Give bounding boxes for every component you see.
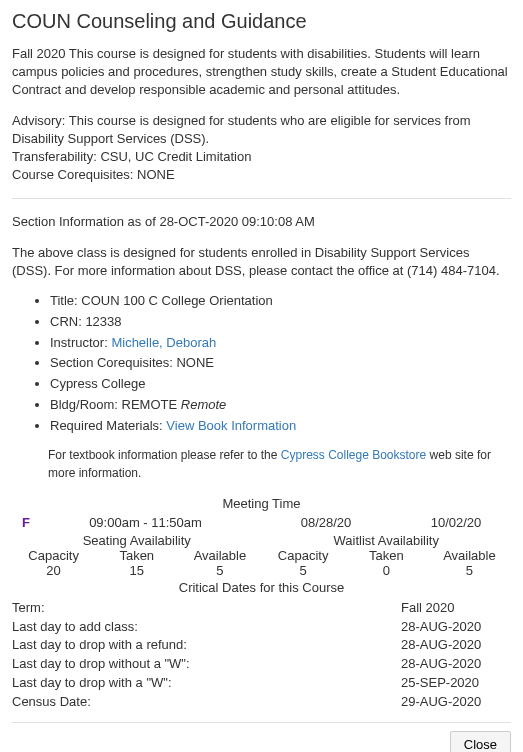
detail-title: Title: COUN 100 C College Orientation bbox=[50, 292, 511, 311]
detail-crn: CRN: 12338 bbox=[50, 313, 511, 332]
seating-available: 5 bbox=[178, 563, 261, 578]
critical-dates-list: Term:Fall 2020 Last day to add class:28-… bbox=[12, 599, 511, 712]
meeting-day: F bbox=[12, 515, 40, 530]
meeting-end: 10/02/20 bbox=[401, 515, 511, 530]
detail-bldg: Bldg/Room: REMOTE Remote bbox=[50, 396, 511, 415]
critical-row: Last day to add class:28-AUG-2020 bbox=[12, 618, 511, 637]
critical-row: Term:Fall 2020 bbox=[12, 599, 511, 618]
detail-section-coreq: Section Corequisites: NONE bbox=[50, 354, 511, 373]
waitlist-available: 5 bbox=[428, 563, 511, 578]
waitlist-heading: Waitlist Availability bbox=[262, 533, 512, 548]
materials-link[interactable]: View Book Information bbox=[166, 418, 296, 433]
instructor-link[interactable]: Michelle, Deborah bbox=[111, 335, 216, 350]
advisory-block: Advisory: This course is designed for st… bbox=[12, 112, 511, 185]
meeting-start: 08/28/20 bbox=[251, 515, 401, 530]
critical-row: Last day to drop with a refund:28-AUG-20… bbox=[12, 636, 511, 655]
course-description: Fall 2020 This course is designed for st… bbox=[12, 45, 511, 100]
waitlist-taken: 0 bbox=[345, 563, 428, 578]
availability-headings: Seating Availability Waitlist Availabili… bbox=[12, 533, 511, 548]
divider bbox=[12, 198, 511, 199]
advisory-text: Advisory: This course is designed for st… bbox=[12, 112, 511, 148]
close-button[interactable]: Close bbox=[450, 731, 511, 752]
seating-taken: 15 bbox=[95, 563, 178, 578]
detail-instructor: Instructor: Michelle, Deborah bbox=[50, 334, 511, 353]
page-title: COUN Counseling and Guidance bbox=[12, 10, 511, 33]
availability-values: 20 15 5 5 0 5 bbox=[12, 563, 511, 578]
seating-capacity: 20 bbox=[12, 563, 95, 578]
critical-row: Last day to drop without a "W":28-AUG-20… bbox=[12, 655, 511, 674]
footer: Close bbox=[12, 722, 511, 752]
availability-subhead: Capacity Taken Available Capacity Taken … bbox=[12, 548, 511, 563]
meeting-row: F 09:00am - 11:50am 08/28/20 10/02/20 bbox=[12, 515, 511, 530]
critical-dates-heading: Critical Dates for this Course bbox=[12, 580, 511, 595]
detail-college: Cypress College bbox=[50, 375, 511, 394]
bookstore-link[interactable]: Cypress College Bookstore bbox=[281, 448, 426, 462]
waitlist-capacity: 5 bbox=[262, 563, 345, 578]
section-note: The above class is designed for students… bbox=[12, 244, 511, 280]
details-list: Title: COUN 100 C College Orientation CR… bbox=[12, 292, 511, 436]
section-info-heading: Section Information as of 28-OCT-2020 09… bbox=[12, 213, 511, 231]
transferability-text: Transferability: CSU, UC Credit Limitati… bbox=[12, 148, 511, 166]
seating-heading: Seating Availability bbox=[12, 533, 262, 548]
meeting-time-heading: Meeting Time bbox=[12, 496, 511, 511]
meeting-time: 09:00am - 11:50am bbox=[40, 515, 251, 530]
course-corequisites-text: Course Corequisites: NONE bbox=[12, 166, 511, 184]
detail-materials: Required Materials: View Book Informatio… bbox=[50, 417, 511, 436]
textbook-note: For textbook information please refer to… bbox=[48, 446, 511, 482]
critical-row: Last day to drop with a "W":25-SEP-2020 bbox=[12, 674, 511, 693]
critical-row: Census Date:29-AUG-2020 bbox=[12, 693, 511, 712]
